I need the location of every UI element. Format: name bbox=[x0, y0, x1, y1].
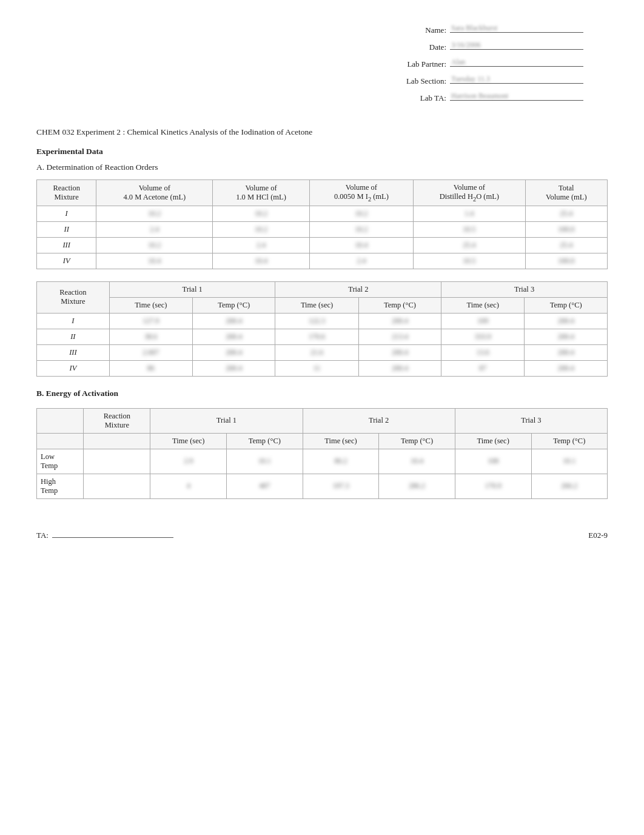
cell-total: 100.0 bbox=[525, 253, 607, 269]
volume-table: ReactionMixture Volume of4.0 M Acetone (… bbox=[36, 179, 608, 269]
section-row: Lab Section: Tuesday 11.3 bbox=[406, 75, 583, 86]
col3-t1-time: Time (sec) bbox=[150, 433, 227, 449]
cell-t2-temp: 213.4 bbox=[358, 329, 441, 344]
cell-t2-time: 86.2 bbox=[303, 449, 379, 474]
cell-t2-time: 197.3 bbox=[303, 474, 379, 498]
cell-hcl: 10.2 bbox=[213, 206, 310, 221]
cell-total: 25.4 bbox=[525, 237, 607, 253]
col2-t2-time: Time (sec) bbox=[275, 297, 358, 313]
table-row: LowTemp 2.9 10.1 86.2 10.4 108 10.1 bbox=[37, 449, 608, 474]
col2-t3-time: Time (sec) bbox=[441, 297, 525, 313]
col2-reaction-mixture: ReactionMixture bbox=[37, 281, 110, 313]
cell-t1-temp: 200.4 bbox=[192, 313, 275, 329]
section-value: Tuesday 11.3 bbox=[451, 75, 490, 84]
cell-t1-temp: 200.4 bbox=[192, 360, 275, 376]
cell-reaction-mix bbox=[84, 449, 150, 474]
cell-hcl: 10.2 bbox=[213, 221, 310, 237]
ta-field: Harrison Beaumont bbox=[450, 92, 583, 101]
cell-iodine: 10.4 bbox=[309, 237, 413, 253]
cell-t2-temp: 200.4 bbox=[358, 313, 441, 329]
col3-reaction-mixture: ReactionMixture bbox=[84, 408, 150, 433]
col2-trial3: Trial 3 bbox=[441, 281, 608, 297]
row-label: II bbox=[37, 221, 96, 237]
cell-t3-time: 109 bbox=[441, 313, 525, 329]
col3-blank2 bbox=[37, 433, 84, 449]
col-iodine: Volume of0.0050 M I2 (mL) bbox=[309, 180, 413, 206]
cell-t3-time: 108 bbox=[455, 449, 531, 474]
col3-t3-temp: Temp (°C) bbox=[531, 433, 607, 449]
table-row: III 10.2 2.4 10.4 25.4 25.4 bbox=[37, 237, 608, 253]
cell-t1-temp: 200.4 bbox=[192, 344, 275, 360]
cell-acetone: 2.4 bbox=[96, 221, 213, 237]
cell-water: 10.5 bbox=[414, 221, 526, 237]
cell-water: 25.4 bbox=[414, 237, 526, 253]
row-label: IV bbox=[37, 360, 110, 376]
col3-trial2: Trial 2 bbox=[303, 408, 455, 433]
cell-t1-time: 86 bbox=[109, 360, 192, 376]
cell-water: 10.5 bbox=[414, 253, 526, 269]
cell-hcl: 2.4 bbox=[213, 237, 310, 253]
cell-t2-temp: 200.4 bbox=[358, 360, 441, 376]
col3-blank bbox=[37, 408, 84, 433]
col-acetone: Volume of4.0 M Acetone (mL) bbox=[96, 180, 213, 206]
cell-total: 100.0 bbox=[525, 221, 607, 237]
partner-value: Alan bbox=[451, 58, 465, 67]
col2-t1-temp: Temp (°C) bbox=[192, 297, 275, 313]
page-title: CHEM 032 Experiment 2 : Chemical Kinetic… bbox=[36, 127, 608, 137]
cell-reaction-mix bbox=[84, 474, 150, 498]
col2-trial2: Trial 2 bbox=[275, 281, 441, 297]
cell-t2-temp: 200.4 bbox=[358, 344, 441, 360]
name-field: Sara Blackhurst bbox=[450, 24, 583, 33]
row-label: III bbox=[37, 237, 96, 253]
experimental-data-header: Experimental Data bbox=[36, 147, 608, 156]
cell-hcl: 10.4 bbox=[213, 253, 310, 269]
col2-t2-temp: Temp (°C) bbox=[358, 297, 441, 313]
col-water: Volume ofDistilled H2O (mL) bbox=[414, 180, 526, 206]
activation-table: ReactionMixture Trial 1 Trial 2 Trial 3 … bbox=[36, 408, 608, 499]
name-label: Name: bbox=[425, 25, 446, 35]
footer-ta-label: TA: bbox=[36, 531, 49, 540]
row-label: IV bbox=[37, 253, 96, 269]
col3-trial3: Trial 3 bbox=[455, 408, 607, 433]
row-label: II bbox=[37, 329, 110, 344]
col3-t1-temp: Temp (°C) bbox=[227, 433, 303, 449]
cell-total: 25.4 bbox=[525, 206, 607, 221]
table-row: IV 86 200.4 11 200.4 87 200.4 bbox=[37, 360, 608, 376]
cell-t1-temp: 200.4 bbox=[192, 329, 275, 344]
temp-category-label: LowTemp bbox=[37, 449, 84, 474]
table-row: II 38.6 200.4 170.6 213.4 333.9 200.4 bbox=[37, 329, 608, 344]
ta-label: Lab TA: bbox=[420, 93, 446, 103]
cell-iodine: 10.2 bbox=[309, 206, 413, 221]
col-total: TotalVolume (mL) bbox=[525, 180, 607, 206]
cell-t3-temp: 200.4 bbox=[525, 344, 608, 360]
cell-t3-time: 333.9 bbox=[441, 329, 525, 344]
cell-t2-time: 122.3 bbox=[275, 313, 358, 329]
cell-t2-time: 21.6 bbox=[275, 344, 358, 360]
section-a-subheader: A. Determination of Reaction Orders bbox=[36, 163, 608, 172]
cell-t3-temp: 200.4 bbox=[525, 329, 608, 344]
partner-row: Lab Partner: Alan bbox=[407, 58, 583, 69]
cell-t3-temp: 10.1 bbox=[531, 449, 607, 474]
col3-rm2 bbox=[84, 433, 150, 449]
cell-t1-time: 127.9 bbox=[109, 313, 192, 329]
name-row: Name: Sara Blackhurst bbox=[425, 24, 583, 35]
cell-acetone: 10.2 bbox=[96, 237, 213, 253]
cell-t1-time: 2.007 bbox=[109, 344, 192, 360]
cell-t2-temp: 10.4 bbox=[379, 449, 455, 474]
col3-t3-time: Time (sec) bbox=[455, 433, 531, 449]
date-row: Date: 3/16/2006 bbox=[429, 41, 583, 52]
trial-table: ReactionMixture Trial 1 Trial 2 Trial 3 … bbox=[36, 281, 608, 377]
table-row: HighTemp 4 487 197.3 286.2 170.9 266.2 bbox=[37, 474, 608, 498]
cell-iodine: 10.2 bbox=[309, 221, 413, 237]
cell-t2-temp: 286.2 bbox=[379, 474, 455, 498]
cell-t3-time: 87 bbox=[441, 360, 525, 376]
ta-row: Lab TA: Harrison Beaumont bbox=[420, 92, 583, 103]
cell-acetone: 10.4 bbox=[96, 253, 213, 269]
cell-t3-temp: 266.2 bbox=[531, 474, 607, 498]
cell-t3-time: 13.6 bbox=[441, 344, 525, 360]
section-b-header: B. Energy of Activation bbox=[36, 389, 608, 398]
col3-trial1: Trial 1 bbox=[150, 408, 303, 433]
table-row: I 127.9 200.4 122.3 200.4 109 200.4 bbox=[37, 313, 608, 329]
section-field: Tuesday 11.3 bbox=[450, 75, 583, 84]
temp-category-label: HighTemp bbox=[37, 474, 84, 498]
